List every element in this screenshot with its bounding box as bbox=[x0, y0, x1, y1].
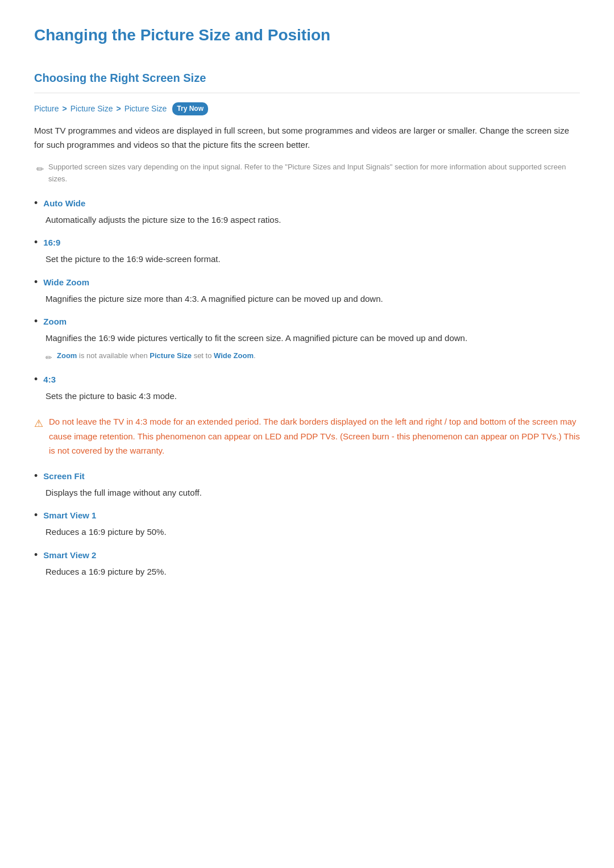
note-block: ✏ Supported screen sizes vary depending … bbox=[34, 161, 580, 185]
bullet-label-wide-zoom[interactable]: Wide Zoom bbox=[43, 276, 89, 289]
page-title: Changing the Picture Size and Position bbox=[34, 23, 580, 48]
sub-note-icon: ✏ bbox=[45, 351, 52, 364]
bullet-desc-16-9: Set the picture to the 16:9 wide-screen … bbox=[45, 252, 580, 267]
section-title: Choosing the Right Screen Size bbox=[34, 69, 580, 93]
bullet-label-4-3[interactable]: 4:3 bbox=[43, 373, 56, 387]
bullet-desc-zoom: Magnifies the 16:9 wide pictures vertica… bbox=[45, 331, 580, 346]
bullet-label-16-9[interactable]: 16:9 bbox=[43, 236, 60, 250]
breadcrumb-link-picture-size[interactable]: Picture Size bbox=[70, 102, 113, 115]
bullet-item-zoom: • Zoom Magnifies the 16:9 wide pictures … bbox=[34, 315, 580, 364]
note-text: Supported screen sizes vary depending on… bbox=[48, 161, 580, 185]
breadcrumb-link-picture[interactable]: Picture bbox=[34, 102, 59, 115]
sub-note-text: Zoom is not available when Picture Size … bbox=[57, 350, 256, 362]
bullet-item-auto-wide: • Auto Wide Automatically adjusts the pi… bbox=[34, 197, 580, 227]
bullet-item-smart-view-1: • Smart View 1 Reduces a 16:9 picture by… bbox=[34, 509, 580, 539]
sub-note-wide-zoom-label[interactable]: Wide Zoom bbox=[214, 351, 254, 360]
bullet-dot: • bbox=[34, 315, 38, 328]
bullet-dot: • bbox=[34, 549, 38, 562]
bullet-dot: • bbox=[34, 509, 38, 522]
sub-note-middle: is not available when bbox=[77, 351, 150, 360]
bullet-list-after: • Screen Fit Displays the full image wit… bbox=[34, 470, 580, 579]
bullet-item-wide-zoom: • Wide Zoom Magnifies the picture size m… bbox=[34, 276, 580, 306]
bullet-dot: • bbox=[34, 197, 38, 210]
try-now-badge[interactable]: Try Now bbox=[172, 102, 208, 115]
bullet-desc-auto-wide: Automatically adjusts the picture size t… bbox=[45, 213, 580, 227]
bullet-dot: • bbox=[34, 276, 38, 289]
bullet-desc-smart-view-1: Reduces a 16:9 picture by 50%. bbox=[45, 525, 580, 539]
bullet-desc-smart-view-2: Reduces a 16:9 picture by 25%. bbox=[45, 564, 580, 579]
bullet-desc-screen-fit: Displays the full image without any cuto… bbox=[45, 485, 580, 500]
intro-text: Most TV programmes and videos are displa… bbox=[34, 123, 580, 152]
warning-text: Do not leave the TV in 4:3 mode for an e… bbox=[49, 414, 580, 458]
bullet-label-smart-view-2[interactable]: Smart View 2 bbox=[43, 549, 96, 562]
bullet-dot: • bbox=[34, 236, 38, 249]
bullet-dot: • bbox=[34, 373, 38, 386]
sub-note-suffix-pre: set to bbox=[192, 351, 214, 360]
bullet-label-screen-fit[interactable]: Screen Fit bbox=[43, 470, 85, 483]
warning-block: ⚠ Do not leave the TV in 4:3 mode for an… bbox=[34, 414, 580, 458]
zoom-sub-note: ✏ Zoom is not available when Picture Siz… bbox=[45, 350, 580, 364]
warning-icon: ⚠ bbox=[34, 416, 43, 432]
breadcrumb-sep-1: > bbox=[63, 102, 67, 115]
breadcrumb-sep-2: > bbox=[116, 102, 121, 115]
sub-note-suffix: . bbox=[254, 351, 256, 360]
bullet-list-main: • Auto Wide Automatically adjusts the pi… bbox=[34, 197, 580, 404]
bullet-dot: • bbox=[34, 470, 38, 483]
sub-note-zoom-label[interactable]: Zoom bbox=[57, 351, 77, 360]
bullet-desc-4-3: Sets the picture to basic 4:3 mode. bbox=[45, 389, 580, 404]
breadcrumb-link-picture-size-2[interactable]: Picture Size bbox=[125, 102, 167, 115]
bullet-item-4-3: • 4:3 Sets the picture to basic 4:3 mode… bbox=[34, 373, 580, 404]
bullet-item-screen-fit: • Screen Fit Displays the full image wit… bbox=[34, 470, 580, 500]
bullet-item-16-9: • 16:9 Set the picture to the 16:9 wide-… bbox=[34, 236, 580, 267]
bullet-label-zoom[interactable]: Zoom bbox=[43, 315, 67, 329]
sub-note-picture-size-label[interactable]: Picture Size bbox=[150, 351, 192, 360]
breadcrumb: Picture > Picture Size > Picture Size Tr… bbox=[34, 102, 580, 115]
bullet-desc-wide-zoom: Magnifies the picture size more than 4:3… bbox=[45, 292, 580, 306]
bullet-label-smart-view-1[interactable]: Smart View 1 bbox=[43, 509, 96, 522]
bullet-label-auto-wide[interactable]: Auto Wide bbox=[43, 197, 85, 210]
note-icon: ✏ bbox=[36, 162, 44, 177]
bullet-item-smart-view-2: • Smart View 2 Reduces a 16:9 picture by… bbox=[34, 549, 580, 579]
